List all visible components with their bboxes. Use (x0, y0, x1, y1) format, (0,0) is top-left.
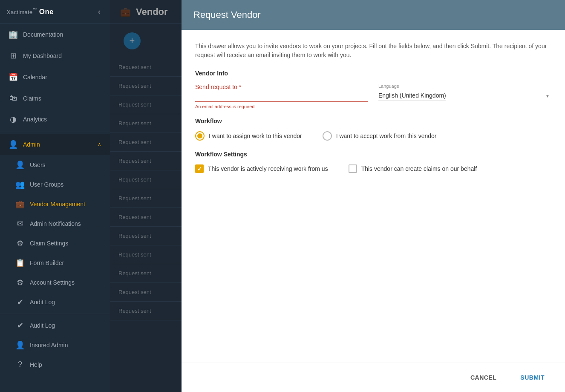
admin-icon: 👤 (9, 140, 18, 149)
sidebar-item-claim-settings[interactable]: ⚙ Claim Settings (0, 233, 110, 253)
sidebar-item-label: My Dashboard (23, 52, 101, 59)
workflow-option-assign-label: I want to assign work to this vendor (209, 133, 302, 139)
sidebar-item-admin-notifications[interactable]: ✉ Admin Notifications (0, 214, 110, 233)
sidebar-item-user-groups[interactable]: 👥 User Groups (0, 175, 110, 194)
sidebar-sub-item-label: User Groups (30, 181, 63, 188)
vendor-info-row: Send request to * An email address is re… (195, 84, 551, 109)
workflow-option-accept[interactable]: I want to accept work from this vendor (323, 131, 437, 141)
sidebar-sub-item-label: Help (30, 361, 42, 368)
sidebar-collapse-button[interactable]: ‹ (95, 6, 103, 17)
sidebar-item-label: Calendar (23, 74, 101, 81)
audit-log-2-icon: ✔ (15, 321, 25, 330)
sidebar-item-form-builder[interactable]: 📋 Form Builder (0, 253, 110, 273)
admin-notifications-icon: ✉ (15, 219, 25, 228)
submit-button[interactable]: SUBMIT (513, 371, 551, 384)
sidebar-sub-item-label: Users (30, 161, 46, 168)
sidebar-item-vendor-management[interactable]: 💼 Vendor Management (0, 194, 110, 214)
audit-log-icon: ✔ (15, 297, 25, 307)
sidebar-item-analytics[interactable]: ◑ Analytics (0, 109, 110, 130)
send-request-field: Send request to * An email address is re… (195, 84, 368, 109)
sidebar-sub-item-label: Claim Settings (30, 240, 68, 247)
sidebar-item-users[interactable]: 👤 Users (0, 155, 110, 175)
workflow-radio-assign[interactable] (195, 131, 205, 141)
analytics-icon: ◑ (9, 115, 18, 124)
drawer-body: This drawer allows you to invite vendors… (182, 30, 565, 363)
language-select[interactable]: English (United Kingdom) English (United… (378, 90, 446, 101)
sidebar-item-calendar[interactable]: 📅 Calendar (0, 66, 110, 88)
sidebar-sub-item-label: Vendor Management (30, 201, 85, 208)
workflow-option-assign[interactable]: I want to assign work to this vendor (195, 131, 302, 141)
sidebar-sub-item-label: Audit Log (30, 322, 55, 329)
sidebar-divider (0, 132, 110, 132)
sidebar-item-audit-log-2[interactable]: ✔ Audit Log (0, 316, 110, 335)
claim-settings-icon: ⚙ (15, 239, 25, 248)
workflow-option-accept-label: I want to accept work from this vendor (336, 133, 437, 139)
help-icon: ? (15, 360, 25, 369)
drawer-footer: CANCEL SUBMIT (182, 363, 565, 392)
users-icon: 👤 (15, 160, 25, 170)
insured-admin-icon: 👤 (15, 340, 25, 350)
sidebar-item-documentation[interactable]: 🏢 Documentation (0, 24, 110, 45)
sidebar-sub-item-label: Audit Log (30, 299, 55, 306)
checkbox-options: This vendor is actively receiving work f… (195, 164, 551, 173)
language-label: Language (378, 84, 551, 89)
checkbox-create-claims[interactable] (349, 164, 357, 173)
checkbox-option-create-claims[interactable]: This vendor can create claims on our beh… (349, 164, 477, 173)
sidebar-item-label: Documentation (23, 31, 101, 38)
checkbox-option-receiving[interactable]: This vendor is actively receiving work f… (195, 164, 328, 173)
calendar-icon: 📅 (9, 72, 18, 82)
language-field: Language English (United Kingdom) Englis… (378, 84, 551, 109)
form-builder-icon: 📋 (15, 258, 25, 268)
sidebar-divider-2 (0, 314, 110, 314)
workflow-options: I want to assign work to this vendor I w… (195, 131, 551, 141)
sidebar-item-label: Analytics (23, 116, 101, 123)
workflow-radio-accept[interactable] (323, 131, 332, 141)
request-vendor-drawer: Request Vendor This drawer allows you to… (182, 0, 565, 392)
drawer-header: Request Vendor (182, 0, 565, 30)
send-request-field-floating-label: Send request to * (195, 84, 368, 90)
vendor-management-icon: 💼 (15, 199, 25, 209)
sidebar-sub-item-label: Admin Notifications (30, 220, 81, 227)
account-settings-icon: ⚙ (15, 278, 25, 287)
user-groups-icon: 👥 (15, 180, 25, 189)
cancel-button[interactable]: CANCEL (464, 371, 503, 384)
sidebar: Xactimate™ One ‹ 🏢 Documentation ⊞ My Da… (0, 0, 110, 392)
claims-icon: 🛍 (9, 94, 18, 103)
workflow-section: Workflow I want to assign work to this v… (195, 118, 551, 141)
app-logo: Xactimate™ One (7, 7, 54, 16)
sidebar-sub-item-label: Form Builder (30, 259, 64, 266)
sidebar-item-label: Claims (23, 95, 101, 102)
workflow-section-title: Workflow (195, 118, 551, 124)
field-error-message: An email address is required (195, 104, 368, 109)
sidebar-item-help[interactable]: ? Help (0, 355, 110, 374)
workflow-settings-title: Workflow Settings (195, 151, 551, 158)
checkbox-receiving-label: This vendor is actively receiving work f… (208, 165, 328, 172)
sidebar-item-insured-admin[interactable]: 👤 Insured Admin (0, 335, 110, 355)
drawer-overlay: Request Vendor This drawer allows you to… (110, 0, 565, 392)
send-request-input[interactable] (195, 91, 368, 102)
checkbox-create-claims-label: This vendor can create claims on our beh… (361, 165, 477, 172)
sidebar-sub-item-label: Account Settings (30, 279, 75, 286)
main-area: 💼 Vendor + Request sent Request sent Req… (110, 0, 565, 392)
drawer-description: This drawer allows you to invite vendors… (195, 42, 551, 60)
sidebar-sub-item-label: Insured Admin (30, 342, 68, 349)
sidebar-item-claims[interactable]: 🛍 Claims (0, 88, 110, 109)
vendor-info-section-title: Vendor Info (195, 70, 551, 77)
sidebar-header: Xactimate™ One ‹ (0, 0, 110, 24)
sidebar-admin-section[interactable]: 👤 Admin ∧ (0, 134, 110, 155)
sidebar-item-account-settings[interactable]: ⚙ Account Settings (0, 273, 110, 292)
sidebar-item-dashboard[interactable]: ⊞ My Dashboard (0, 45, 110, 66)
drawer-title: Request Vendor (193, 9, 261, 20)
documentation-icon: 🏢 (9, 30, 18, 39)
workflow-settings-section: Workflow Settings This vendor is activel… (195, 151, 551, 173)
admin-chevron-icon: ∧ (98, 141, 101, 147)
sidebar-item-audit-log[interactable]: ✔ Audit Log (0, 292, 110, 312)
checkbox-receiving[interactable] (195, 164, 204, 173)
admin-section-label: Admin (23, 141, 92, 148)
language-select-wrapper: English (United Kingdom) English (United… (378, 90, 551, 101)
dashboard-icon: ⊞ (9, 51, 18, 61)
